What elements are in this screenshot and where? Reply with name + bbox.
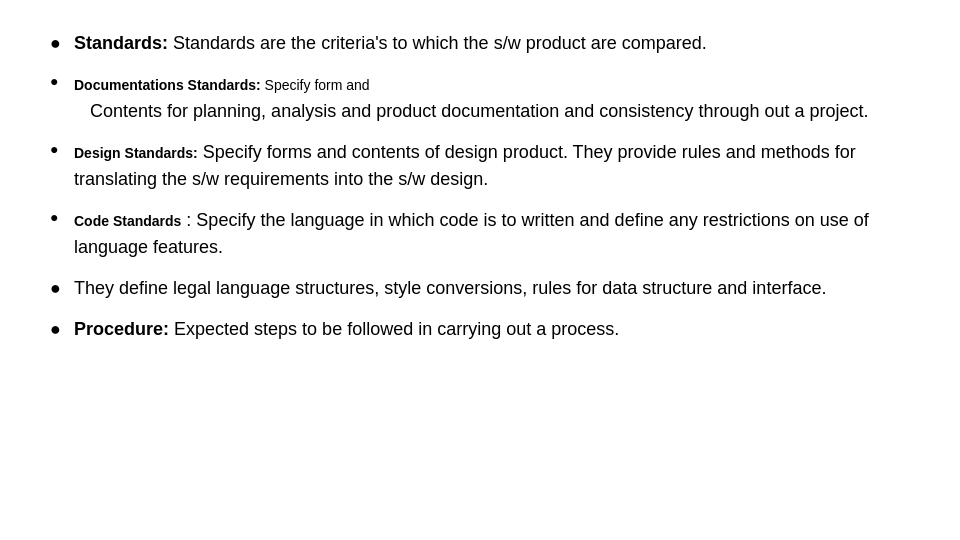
they-define-item: ● They define legal language structures,… bbox=[50, 275, 920, 302]
standards-body: Standards are the criteria's to which th… bbox=[168, 33, 707, 53]
bullet-they: ● bbox=[50, 275, 70, 302]
code-standards-text: Code Standards : Specify the language in… bbox=[74, 207, 920, 261]
bullet-code: ● bbox=[50, 207, 70, 228]
bullet-design: ● bbox=[50, 139, 70, 160]
procedure-text: Procedure: Expected steps to be followed… bbox=[74, 316, 920, 343]
bullet-standards: ● bbox=[50, 30, 70, 57]
doc-continuation: Contents for planning, analysis and prod… bbox=[50, 98, 920, 125]
main-container: ● Standards: Standards are the criteria'… bbox=[0, 0, 960, 540]
bullet-procedure: ● bbox=[50, 316, 70, 343]
doc-standards-item: ● Documentations Standards: Specify form… bbox=[50, 71, 920, 125]
procedure-label: Procedure: bbox=[74, 319, 169, 339]
procedure-item: ● Procedure: Expected steps to be follow… bbox=[50, 316, 920, 343]
standards-label: Standards: bbox=[74, 33, 168, 53]
code-body: : Specify the language in which code is … bbox=[74, 210, 869, 257]
design-label: Design Standards: bbox=[74, 145, 198, 161]
bullet-doc: ● bbox=[50, 71, 70, 92]
standards-item: ● Standards: Standards are the criteria'… bbox=[50, 30, 920, 57]
standards-text: Standards: Standards are the criteria's … bbox=[74, 30, 920, 57]
code-standards-item: ● Code Standards : Specify the language … bbox=[50, 207, 920, 261]
doc-label: Documentations Standards: bbox=[74, 77, 261, 93]
design-standards-text: Design Standards: Specify forms and cont… bbox=[74, 139, 920, 193]
doc-standards-text: Documentations Standards: Specify form a… bbox=[74, 71, 920, 98]
design-standards-item: ● Design Standards: Specify forms and co… bbox=[50, 139, 920, 193]
procedure-body: Expected steps to be followed in carryin… bbox=[169, 319, 619, 339]
doc-body: Specify form and bbox=[261, 77, 370, 93]
they-define-text: They define legal language structures, s… bbox=[74, 275, 920, 302]
code-label: Code Standards bbox=[74, 213, 181, 229]
